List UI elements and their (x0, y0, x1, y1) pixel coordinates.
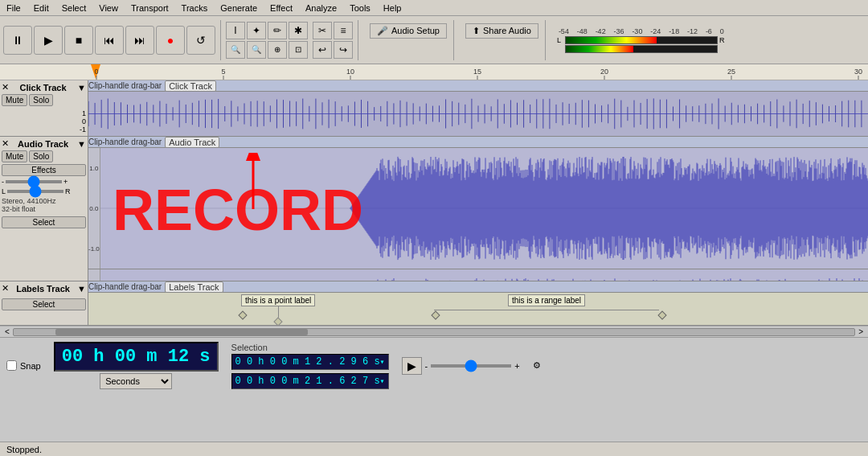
menu-generate[interactable]: Generate (214, 2, 264, 14)
play-button[interactable]: ▶ (34, 26, 63, 55)
menu-view[interactable]: View (92, 2, 125, 14)
click-track: ✕ Click Track ▼ Mute Solo 1 0 -1 Select … (0, 80, 868, 137)
audio-track-dropdown[interactable]: ▼ (77, 139, 86, 149)
audio-track-close[interactable]: ✕ (2, 138, 9, 149)
scroll-left-btn[interactable]: < (2, 327, 13, 336)
menu-edit[interactable]: Edit (27, 2, 55, 14)
svg-text:5: 5 (221, 68, 225, 76)
ibeam-tool[interactable]: I (226, 22, 245, 39)
sel-arrow-1: ▾ (380, 357, 385, 367)
menu-analyze[interactable]: Analyze (299, 2, 343, 14)
speed-plus: + (514, 361, 519, 371)
play-small-button[interactable]: ▶ (402, 357, 422, 375)
envelope-tool[interactable]: ✦ (247, 22, 266, 39)
labels-track-waveform: Clip-handle drag-bar Labels Track this i… (88, 281, 868, 325)
labels-handle-label: Clip-handle drag-bar (88, 282, 162, 291)
redo-tool[interactable]: ↪ (334, 41, 353, 59)
menu-file[interactable]: File (0, 2, 27, 14)
multi-tool[interactable]: ✱ (289, 22, 308, 39)
point-label-text: this is a point label (241, 294, 315, 306)
tracks-area: ✕ Click Track ▼ Mute Solo 1 0 -1 Select … (0, 80, 868, 326)
settings-icon[interactable]: ⚙ (533, 360, 541, 371)
time-unit-select[interactable]: Seconds (100, 373, 172, 389)
zoom-out-tool[interactable]: 🔍 (247, 41, 266, 59)
point-label-marker: this is a point label (241, 294, 315, 325)
snap-control: Snap (6, 360, 41, 371)
click-track-mute[interactable]: Mute (2, 94, 27, 106)
label-diamond-3 (657, 310, 666, 319)
click-track-solo[interactable]: Solo (29, 94, 53, 106)
click-track-header: ✕ Click Track ▼ (2, 82, 86, 92)
edit-tools: I ✦ ✏ ✱ 🔍 🔍 ⊕ ⊡ (226, 22, 308, 59)
audio-track-mute-solo: Mute Solo (2, 150, 86, 162)
audio-track-name[interactable]: Audio Track (18, 139, 68, 149)
labels-track-dropdown[interactable]: ▼ (77, 284, 86, 294)
svg-text:10: 10 (346, 68, 354, 76)
trim-tool[interactable]: ✂ (313, 22, 332, 39)
click-track-close[interactable]: ✕ (2, 82, 9, 92)
skip-start-button[interactable]: ⏮ (95, 26, 124, 55)
audio-track-mute[interactable]: Mute (2, 150, 27, 162)
pan-slider[interactable] (7, 190, 63, 193)
menu-effect[interactable]: Effect (264, 2, 299, 14)
audio-track-clip-handle[interactable]: Clip-handle drag-bar Audio Track (88, 137, 868, 148)
click-track-name[interactable]: Click Track (20, 83, 67, 92)
share-audio-label: Share Audio (483, 26, 531, 35)
status-bar: Stopped. (0, 442, 868, 456)
snap-checkbox[interactable] (6, 360, 17, 371)
vu-meter-l[interactable] (565, 36, 718, 44)
stop-button[interactable]: ■ (64, 26, 93, 55)
share-audio-button[interactable]: ⬆ Share Audio (465, 23, 538, 39)
audio-track-solo[interactable]: Solo (29, 150, 53, 162)
selection-time-1-value: 0 0 h 0 0 m 1 2 . 2 9 6 s (235, 356, 380, 368)
zoom-sel-tool[interactable]: ⊕ (268, 41, 287, 59)
loop-button[interactable]: ↺ (186, 26, 215, 55)
audio-track: RECORD ✕ Audio Track ▼ Mute Solo Effects (0, 137, 868, 281)
clip-tools: ✂ ≡ ↩ ↪ (313, 22, 353, 59)
click-track-dropdown[interactable]: ▼ (77, 83, 86, 92)
ruler-inner: 0 5 10 15 20 25 30 (88, 64, 868, 80)
vu-meter-r[interactable] (565, 45, 718, 53)
share-audio-group: ⬆ Share Audio (459, 20, 546, 60)
scrollbar-thumb[interactable] (55, 329, 308, 335)
audio-setup-label: Audio Setup (391, 26, 440, 35)
click-track-clip-handle[interactable]: Clip-handle drag-bar Click Track (88, 80, 868, 92)
selection-time-1[interactable]: 0 0 h 0 0 m 1 2 . 2 9 6 s ▾ (231, 354, 389, 370)
menu-tools[interactable]: Tools (343, 2, 377, 14)
selection-time-2[interactable]: 0 0 h 0 0 m 2 1 . 6 2 7 s ▾ (231, 373, 389, 389)
transport-group: ⏸ ▶ ■ ⏮ ⏭ ● ↺ (3, 20, 221, 60)
svg-text:15: 15 (473, 68, 481, 76)
audio-track-controls: ✕ Audio Track ▼ Mute Solo Effects - + L … (0, 137, 88, 281)
audio-track-select[interactable]: Select (2, 216, 86, 228)
svg-text:0: 0 (94, 68, 98, 76)
status-text: Stopped. (6, 445, 42, 454)
range-label-text: this is a range label (508, 294, 585, 306)
click-track-waveform: Clip-handle drag-bar Click Track (88, 80, 868, 136)
horizontal-scrollbar[interactable]: < > (0, 326, 868, 337)
labels-track-select[interactable]: Select (2, 298, 86, 310)
menu-transport[interactable]: Transport (125, 2, 175, 14)
tools-group: I ✦ ✏ ✱ 🔍 🔍 ⊕ ⊡ ✂ ≡ ↩ ↪ (226, 20, 358, 60)
labels-clip-handle[interactable]: Clip-handle drag-bar Labels Track (88, 281, 868, 293)
pause-button[interactable]: ⏸ (3, 26, 32, 55)
vu-row-l: L R (557, 36, 726, 44)
zoom-fit-tool[interactable]: ⊡ (289, 41, 308, 59)
record-button[interactable]: ● (156, 26, 185, 55)
speed-slider[interactable] (431, 364, 511, 368)
audio-track-waveform-content: 1.0 0.0 -1.0 1.0 0.0 -1.0 (88, 148, 868, 281)
draw-tool[interactable]: ✏ (268, 22, 287, 39)
audio-setup-button[interactable]: 🎤 Audio Setup (370, 23, 447, 39)
silence-tool[interactable]: ≡ (334, 22, 353, 39)
menu-help[interactable]: Help (377, 2, 408, 14)
labels-track-close[interactable]: ✕ (2, 283, 9, 294)
menu-select[interactable]: Select (55, 2, 93, 14)
undo-tool[interactable]: ↩ (313, 41, 332, 59)
zoom-in-tool[interactable]: 🔍 (226, 41, 245, 59)
labels-track-name[interactable]: Labels Track (16, 284, 70, 294)
audio-track-effects[interactable]: Effects (2, 164, 86, 176)
menu-tracks[interactable]: Tracks (175, 2, 215, 14)
skip-end-button[interactable]: ⏭ (125, 26, 154, 55)
scroll-right-btn[interactable]: > (855, 327, 866, 336)
gain-minus: - (2, 178, 4, 186)
gain-slider[interactable] (6, 180, 62, 183)
